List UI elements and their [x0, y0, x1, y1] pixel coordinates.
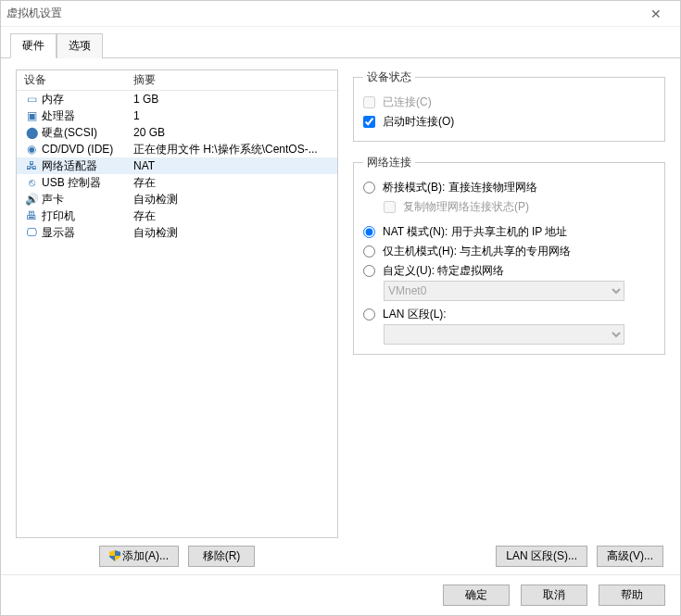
printer-icon: 🖶	[24, 209, 39, 222]
device-row-sound[interactable]: 🔊声卡自动检测	[17, 191, 337, 207]
device-summary: 自动检测	[133, 192, 332, 207]
device-summary: 存在	[133, 175, 332, 191]
advanced-button[interactable]: 高级(V)...	[597, 546, 663, 567]
tab-hardware[interactable]: 硬件	[10, 33, 57, 58]
device-row-cpu[interactable]: ▣处理器1	[17, 107, 337, 124]
device-name: 处理器	[42, 109, 75, 122]
lanseg-label: LAN 区段(L):	[383, 307, 447, 322]
device-row-display[interactable]: 🖵显示器自动检测	[17, 224, 337, 241]
custom-label: 自定义(U): 特定虚拟网络	[383, 263, 504, 279]
remove-device-button[interactable]: 移除(R)	[188, 546, 255, 567]
device-status-group: 设备状态 已连接(C) 启动时连接(O)	[353, 69, 665, 142]
help-button[interactable]: 帮助	[599, 585, 665, 606]
display-icon: 🖵	[24, 226, 39, 239]
custom-radio-row[interactable]: 自定义(U): 特定虚拟网络	[363, 261, 655, 281]
close-icon[interactable]: ✕	[637, 6, 675, 21]
device-summary: 1	[133, 109, 332, 122]
hostonly-radio-row[interactable]: 仅主机模式(H): 与主机共享的专用网络	[363, 242, 655, 261]
col-device-header: 设备	[22, 72, 133, 88]
tab-options[interactable]: 选项	[57, 33, 103, 58]
sound-icon: 🔊	[24, 193, 39, 206]
lan-segments-button[interactable]: LAN 区段(S)...	[496, 546, 587, 567]
connect-on-start-label: 启动时连接(O)	[383, 114, 454, 130]
device-summary: 1 GB	[133, 93, 332, 106]
device-name: 硬盘(SCSI)	[42, 126, 97, 139]
net-icon: 🖧	[24, 159, 39, 172]
lanseg-select	[384, 324, 624, 345]
replicate-checkbox	[384, 201, 396, 213]
cd-icon: ◉	[24, 143, 39, 156]
device-summary: 正在使用文件 H:\操作系统\CentOS-...	[133, 142, 332, 157]
col-summary-header: 摘要	[133, 72, 332, 88]
lanseg-radio-row[interactable]: LAN 区段(L):	[363, 305, 655, 324]
device-name: 显示器	[42, 226, 75, 239]
connected-label: 已连接(C)	[383, 94, 432, 110]
ok-button[interactable]: 确定	[443, 585, 510, 606]
vmnet-select: VMnet0	[384, 281, 624, 301]
bridged-radio-row[interactable]: 桥接模式(B): 直接连接物理网络	[363, 178, 655, 197]
tab-bar: 硬件 选项	[1, 27, 680, 58]
device-row-usb[interactable]: ⎋USB 控制器存在	[17, 174, 337, 191]
usb-icon: ⎋	[24, 176, 39, 189]
device-name: 网络适配器	[42, 159, 97, 172]
device-row-printer[interactable]: 🖶打印机存在	[17, 207, 337, 224]
replicate-label: 复制物理网络连接状态(P)	[403, 199, 529, 215]
device-name: 打印机	[42, 209, 75, 222]
device-status-legend: 设备状态	[363, 69, 415, 85]
device-summary: 20 GB	[133, 126, 332, 139]
memory-icon: ▭	[24, 93, 39, 106]
device-row-cd[interactable]: ◉CD/DVD (IDE)正在使用文件 H:\操作系统\CentOS-...	[17, 141, 337, 157]
connected-checkbox	[363, 96, 375, 108]
lanseg-radio[interactable]	[363, 308, 375, 321]
nat-label: NAT 模式(N): 用于共享主机的 IP 地址	[383, 224, 567, 240]
network-connection-legend: 网络连接	[363, 155, 415, 170]
cancel-button[interactable]: 取消	[521, 585, 587, 606]
shield-icon	[109, 550, 120, 561]
cpu-icon: ▣	[24, 109, 39, 122]
connected-checkbox-row: 已连接(C)	[363, 93, 655, 112]
device-row-net[interactable]: 🖧网络适配器NAT	[17, 157, 337, 174]
bridged-radio[interactable]	[363, 182, 375, 194]
device-summary: NAT	[133, 159, 332, 172]
hostonly-label: 仅主机模式(H): 与主机共享的专用网络	[383, 244, 571, 259]
device-name: 内存	[42, 93, 64, 106]
hostonly-radio[interactable]	[363, 245, 375, 258]
disk-icon: ⬤	[24, 126, 39, 139]
connect-on-start-row[interactable]: 启动时连接(O)	[363, 112, 655, 132]
window-title: 虚拟机设置	[6, 6, 62, 21]
device-summary: 自动检测	[133, 225, 332, 241]
device-list[interactable]: 设备 摘要 ▭内存1 GB▣处理器1⬤硬盘(SCSI)20 GB◉CD/DVD …	[16, 69, 338, 538]
device-summary: 存在	[133, 208, 332, 224]
nat-radio[interactable]	[363, 226, 375, 238]
device-name: CD/DVD (IDE)	[42, 143, 113, 156]
device-row-disk[interactable]: ⬤硬盘(SCSI)20 GB	[17, 124, 337, 141]
custom-radio[interactable]	[363, 265, 375, 277]
device-name: USB 控制器	[42, 176, 101, 189]
bridged-label: 桥接模式(B): 直接连接物理网络	[383, 180, 537, 195]
network-connection-group: 网络连接 桥接模式(B): 直接连接物理网络 复制物理网络连接状态(P) NAT…	[353, 155, 665, 355]
device-name: 声卡	[42, 193, 64, 206]
connect-on-start-checkbox[interactable]	[363, 116, 375, 128]
add-device-button[interactable]: 添加(A)...	[99, 546, 179, 567]
replicate-row: 复制物理网络连接状态(P)	[384, 197, 655, 217]
device-row-memory[interactable]: ▭内存1 GB	[17, 91, 337, 107]
nat-radio-row[interactable]: NAT 模式(N): 用于共享主机的 IP 地址	[363, 222, 655, 242]
